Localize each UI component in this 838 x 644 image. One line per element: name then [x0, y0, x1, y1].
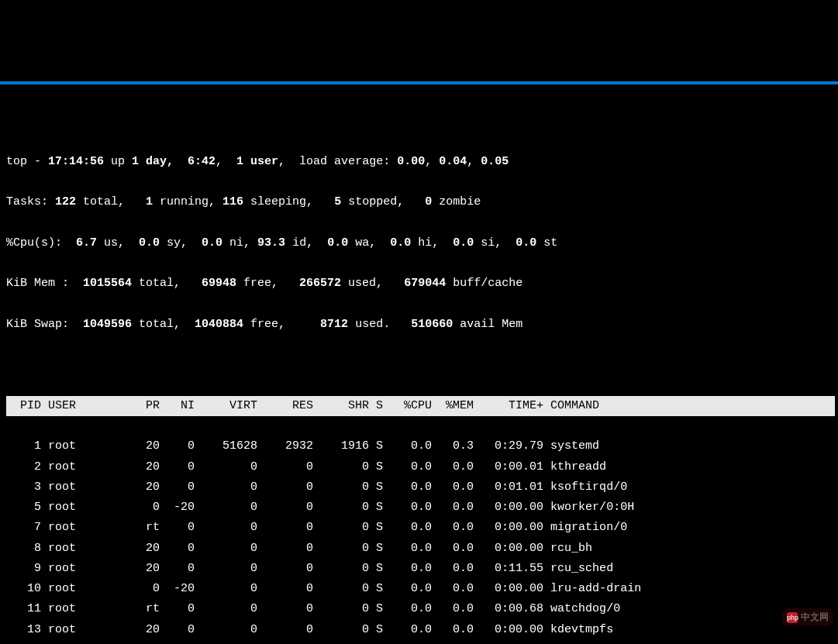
summary-swap: KiB Swap: 1049596 total, 1040884 free, 8… — [6, 315, 835, 335]
summary-cpu: %Cpu(s): 6.7 us, 0.0 sy, 0.0 ni, 93.3 id… — [6, 233, 835, 253]
process-row: 10 root 0 -20 0 0 0 S 0.0 0.0 0:00.00 lr… — [6, 579, 835, 599]
process-row: 13 root 20 0 0 0 0 S 0.0 0.0 0:00.00 kde… — [6, 620, 835, 640]
summary-mem: KiB Mem : 1015564 total, 69948 free, 266… — [6, 274, 835, 294]
summary-tasks: Tasks: 122 total, 1 running, 116 sleepin… — [6, 192, 835, 212]
process-row: 3 root 20 0 0 0 0 S 0.0 0.0 0:01.01 ksof… — [6, 477, 835, 498]
process-row: 9 root 20 0 0 0 0 S 0.0 0.0 0:11.55 rcu_… — [6, 559, 835, 579]
process-row: 2 root 20 0 0 0 0 S 0.0 0.0 0:00.01 kthr… — [6, 457, 835, 477]
watermark-badge: php中文网 — [782, 608, 833, 626]
process-row: 8 root 20 0 0 0 0 S 0.0 0.0 0:00.00 rcu_… — [6, 539, 835, 559]
summary-uptime: top - 17:14:56 up 1 day, 6:42, 1 user, l… — [6, 152, 835, 172]
terminal-output[interactable]: top - 17:14:56 up 1 day, 6:42, 1 user, l… — [0, 126, 838, 645]
blank-line — [6, 355, 835, 375]
process-row: 14 root 0 -20 0 0 0 S 0.0 0.0 0:00.00 ne… — [6, 640, 835, 644]
process-row: 7 root rt 0 0 0 0 S 0.0 0.0 0:00.00 migr… — [6, 518, 835, 538]
process-header[interactable]: PID USER PR NI VIRT RES SHR S %CPU %MEM … — [6, 396, 835, 416]
process-row: 5 root 0 -20 0 0 0 S 0.0 0.0 0:00.00 kwo… — [6, 498, 835, 518]
process-row: 1 root 20 0 51628 2932 1916 S 0.0 0.3 0:… — [6, 436, 835, 456]
process-row: 11 root rt 0 0 0 0 S 0.0 0.0 0:00.68 wat… — [6, 599, 835, 619]
window-titlebar — [0, 81, 838, 84]
